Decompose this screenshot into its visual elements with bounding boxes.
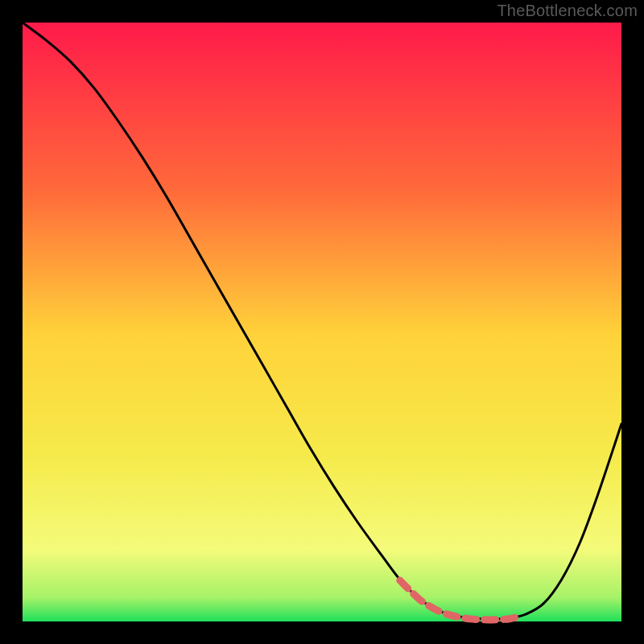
bottleneck-chart: [0, 0, 644, 644]
watermark-label: TheBottleneck.com: [497, 2, 638, 20]
chart-container: TheBottleneck.com: [0, 0, 644, 644]
